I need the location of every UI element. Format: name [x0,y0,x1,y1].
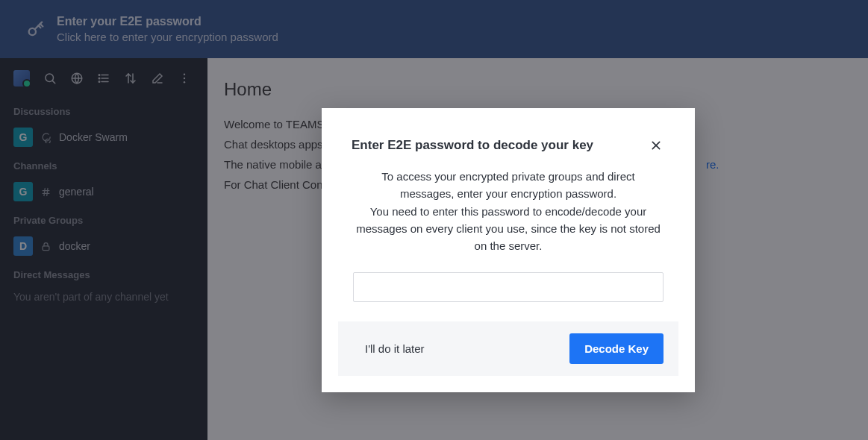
modal-body-text: To access your encrypted private groups … [381,170,634,200]
e2e-password-input[interactable] [353,272,664,302]
decode-key-button[interactable]: Decode Key [569,333,664,364]
later-button[interactable]: I'll do it later [365,342,425,355]
modal-title: Enter E2E password to decode your key [352,138,593,153]
e2e-modal: Enter E2E password to decode your key To… [322,108,695,392]
close-icon[interactable] [647,136,665,154]
modal-body-text: You need to enter this password to encod… [356,205,661,253]
